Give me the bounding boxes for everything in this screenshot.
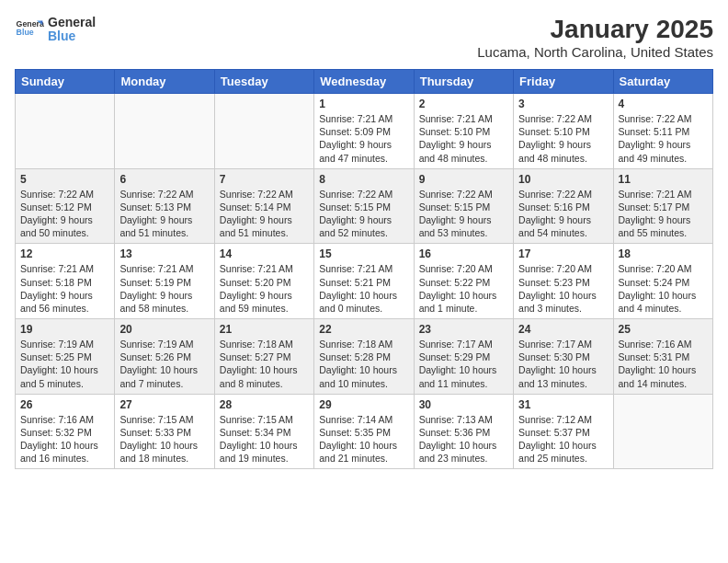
day-content: Daylight: 10 hours and 3 minutes.: [518, 289, 608, 315]
day-content: Daylight: 10 hours and 13 minutes.: [518, 363, 608, 389]
day-content: Daylight: 10 hours and 19 minutes.: [220, 439, 309, 465]
calendar-cell: 21Sunrise: 7:18 AMSunset: 5:27 PMDayligh…: [214, 319, 313, 395]
day-number: 18: [619, 247, 708, 260]
day-number: 5: [20, 173, 109, 186]
calendar-week-2: 5Sunrise: 7:22 AMSunset: 5:12 PMDaylight…: [16, 168, 713, 244]
day-content: Sunset: 5:33 PM: [119, 426, 209, 439]
day-content: Sunset: 5:26 PM: [119, 350, 209, 363]
day-content: Sunrise: 7:14 AM: [319, 413, 408, 426]
day-content: Sunrise: 7:16 AM: [20, 413, 109, 426]
calendar-cell: 27Sunrise: 7:15 AMSunset: 5:33 PMDayligh…: [115, 394, 214, 469]
day-content: Sunset: 5:09 PM: [319, 125, 408, 138]
day-number: 10: [518, 173, 608, 186]
day-content: Daylight: 9 hours and 55 minutes.: [619, 213, 708, 239]
day-number: 16: [419, 247, 508, 260]
day-content: Sunset: 5:11 PM: [619, 125, 708, 138]
calendar-cell: 16Sunrise: 7:20 AMSunset: 5:22 PMDayligh…: [414, 244, 513, 319]
day-content: Sunset: 5:16 PM: [518, 201, 608, 213]
day-content: Sunrise: 7:20 AM: [518, 262, 608, 275]
calendar-cell: 15Sunrise: 7:21 AMSunset: 5:21 PMDayligh…: [314, 244, 414, 319]
day-number: 19: [20, 323, 109, 336]
calendar-week-1: 1Sunrise: 7:21 AMSunset: 5:09 PMDaylight…: [16, 94, 713, 169]
calendar-cell: [214, 94, 313, 169]
calendar-cell: 12Sunrise: 7:21 AMSunset: 5:18 PMDayligh…: [16, 244, 115, 319]
day-content: Sunset: 5:29 PM: [419, 350, 508, 363]
calendar-cell: 24Sunrise: 7:17 AMSunset: 5:30 PMDayligh…: [514, 319, 613, 395]
day-content: Sunrise: 7:21 AM: [319, 262, 408, 275]
logo-line2: Blue: [48, 29, 96, 43]
calendar-cell: 8Sunrise: 7:22 AMSunset: 5:15 PMDaylight…: [314, 168, 414, 244]
day-content: Sunset: 5:27 PM: [220, 350, 309, 363]
day-content: Daylight: 9 hours and 51 minutes.: [220, 213, 309, 239]
day-content: Sunrise: 7:16 AM: [619, 338, 708, 350]
day-content: Sunset: 5:23 PM: [518, 276, 608, 289]
day-content: Daylight: 9 hours and 48 minutes.: [518, 138, 608, 164]
calendar-week-3: 12Sunrise: 7:21 AMSunset: 5:18 PMDayligh…: [16, 244, 713, 319]
day-number: 20: [119, 323, 209, 336]
calendar-header-sunday: Sunday: [16, 70, 115, 94]
day-number: 12: [20, 247, 109, 260]
day-content: Sunset: 5:35 PM: [319, 426, 408, 439]
day-number: 25: [619, 323, 708, 336]
day-content: Sunset: 5:32 PM: [20, 426, 109, 439]
day-content: Sunrise: 7:17 AM: [419, 338, 508, 350]
day-number: 11: [619, 173, 708, 186]
day-content: Sunset: 5:10 PM: [518, 125, 608, 138]
day-content: Daylight: 10 hours and 8 minutes.: [220, 363, 309, 389]
day-number: 2: [419, 98, 508, 110]
day-content: Sunrise: 7:19 AM: [20, 338, 109, 350]
calendar-header-monday: Monday: [115, 70, 214, 94]
day-number: 17: [518, 247, 608, 260]
day-content: Daylight: 9 hours and 51 minutes.: [119, 213, 209, 239]
calendar-week-4: 19Sunrise: 7:19 AMSunset: 5:25 PMDayligh…: [16, 319, 713, 395]
day-number: 3: [518, 98, 608, 110]
calendar-cell: 23Sunrise: 7:17 AMSunset: 5:29 PMDayligh…: [414, 319, 513, 395]
logo: General Blue General Blue: [15, 15, 96, 44]
day-content: Daylight: 9 hours and 48 minutes.: [419, 138, 508, 164]
day-content: Sunrise: 7:21 AM: [20, 262, 109, 275]
day-content: Daylight: 10 hours and 18 minutes.: [119, 439, 209, 465]
day-content: Daylight: 10 hours and 25 minutes.: [518, 439, 608, 465]
calendar-cell: 5Sunrise: 7:22 AMSunset: 5:12 PMDaylight…: [16, 168, 115, 244]
calendar-header-row: SundayMondayTuesdayWednesdayThursdayFrid…: [16, 70, 713, 94]
day-number: 4: [619, 98, 708, 110]
day-content: Sunset: 5:30 PM: [518, 350, 608, 363]
day-content: Sunset: 5:25 PM: [20, 350, 109, 363]
calendar-cell: 1Sunrise: 7:21 AMSunset: 5:09 PMDaylight…: [314, 94, 414, 169]
day-content: Daylight: 10 hours and 23 minutes.: [419, 439, 508, 465]
day-content: Sunset: 5:10 PM: [419, 125, 508, 138]
logo-text: General Blue: [48, 16, 96, 44]
day-content: Sunset: 5:15 PM: [419, 201, 508, 213]
calendar-cell: 4Sunrise: 7:22 AMSunset: 5:11 PMDaylight…: [613, 94, 712, 169]
day-number: 21: [220, 323, 309, 336]
calendar-header-saturday: Saturday: [613, 70, 712, 94]
calendar-header-wednesday: Wednesday: [314, 70, 414, 94]
calendar-cell: 14Sunrise: 7:21 AMSunset: 5:20 PMDayligh…: [214, 244, 313, 319]
calendar-cell: 31Sunrise: 7:12 AMSunset: 5:37 PMDayligh…: [514, 394, 613, 469]
calendar-cell: 25Sunrise: 7:16 AMSunset: 5:31 PMDayligh…: [613, 319, 712, 395]
day-number: 15: [319, 247, 408, 260]
day-content: Daylight: 9 hours and 53 minutes.: [419, 213, 508, 239]
day-content: Daylight: 10 hours and 10 minutes.: [319, 363, 408, 389]
day-number: 24: [518, 323, 608, 336]
day-content: Sunset: 5:15 PM: [319, 201, 408, 213]
calendar-header-friday: Friday: [514, 70, 613, 94]
svg-text:Blue: Blue: [17, 28, 34, 37]
day-content: Sunset: 5:36 PM: [419, 426, 508, 439]
day-content: Sunrise: 7:13 AM: [419, 413, 508, 426]
calendar-cell: 18Sunrise: 7:20 AMSunset: 5:24 PMDayligh…: [613, 244, 712, 319]
day-number: 23: [419, 323, 508, 336]
day-number: 27: [119, 398, 209, 411]
day-content: Sunset: 5:21 PM: [319, 276, 408, 289]
day-content: Sunrise: 7:21 AM: [319, 112, 408, 125]
day-content: Sunrise: 7:21 AM: [119, 262, 209, 275]
day-number: 13: [119, 247, 209, 260]
day-content: Sunrise: 7:22 AM: [220, 188, 309, 201]
day-content: Sunrise: 7:21 AM: [220, 262, 309, 275]
day-content: Sunrise: 7:17 AM: [518, 338, 608, 350]
day-content: Daylight: 10 hours and 7 minutes.: [119, 363, 209, 389]
day-content: Daylight: 10 hours and 11 minutes.: [419, 363, 508, 389]
day-content: Daylight: 9 hours and 58 minutes.: [119, 289, 209, 315]
day-content: Sunset: 5:19 PM: [119, 276, 209, 289]
calendar-cell: 26Sunrise: 7:16 AMSunset: 5:32 PMDayligh…: [16, 394, 115, 469]
